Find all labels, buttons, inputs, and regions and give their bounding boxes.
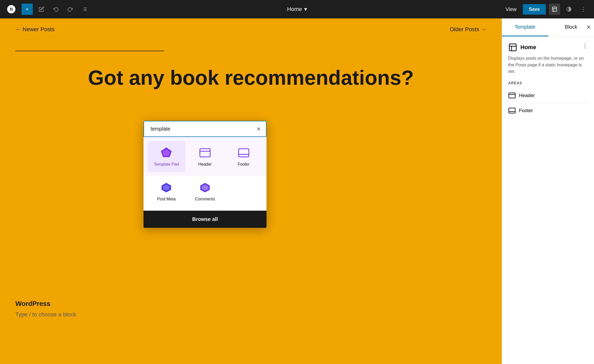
main-layout: ← Newer Posts Older Posts → Got any book… [0,18,594,364]
add-block-button[interactable]: + [22,4,33,15]
footer-block-label: Footer [238,162,250,167]
more-options-button[interactable]: ⋮ [578,4,589,15]
post-meta-label: Post Meta [157,197,176,201]
areas-label: AREAS [508,81,588,85]
toolbar: + Home ▾ View Save [0,0,594,18]
page-title-area[interactable]: Home ▾ [287,6,307,13]
footer-area-icon [508,107,516,114]
view-button[interactable]: View [503,4,520,14]
list-view-button[interactable] [79,4,90,15]
older-posts-link[interactable]: Older Posts → [450,26,486,33]
svg-rect-26 [509,108,515,113]
svg-rect-15 [239,149,249,157]
canvas-hero: Got any book recommendations? [0,67,502,89]
close-sidebar-button[interactable]: ✕ [586,24,591,31]
canvas-divider [15,51,164,51]
undo-button[interactable] [50,4,62,15]
block-inserter-popup: template ✕ Template Part [144,121,267,228]
wp-logo[interactable] [5,3,17,15]
template-icon-title: Home [508,43,536,52]
block-grid-row1: Template Part Header [144,137,267,176]
header-block-icon [198,146,212,159]
chevron-down-icon: ▾ [304,6,307,13]
template-menu-button[interactable]: ⋮ [582,43,588,49]
post-meta-icon [160,181,173,194]
block-placeholder[interactable]: Type / to choose a block [0,306,91,323]
header-block-label: Header [198,162,212,167]
newer-posts-link[interactable]: ← Newer Posts [15,26,55,33]
svg-rect-13 [200,149,210,157]
canvas-navigation: ← Newer Posts Older Posts → [0,18,502,40]
comments-label: Comments [195,197,215,201]
template-part-icon [160,146,173,159]
hero-heading: Got any book recommendations? [26,67,476,89]
areas-list: Header Footer [508,88,588,118]
canvas: ← Newer Posts Older Posts → Got any book… [0,18,502,364]
block-item-comments[interactable]: Comments [186,176,224,207]
block-item-footer[interactable]: Footer [225,141,262,172]
svg-rect-21 [509,44,516,51]
block-item-template-part[interactable]: Template Part [148,141,185,172]
sidebar-tabs: Template Block ✕ [502,18,594,37]
template-header: Home ⋮ [508,43,588,52]
template-layout-icon [508,43,517,52]
area-item-footer[interactable]: Footer [508,103,588,118]
tab-template[interactable]: Template [502,18,548,36]
template-name: Home [520,44,536,51]
template-description: Displays posts on the homepage, or on th… [508,55,588,75]
inserter-search-bar: template ✕ [144,121,267,137]
svg-rect-7 [552,7,557,12]
edit-mode-button[interactable] [36,4,47,15]
block-item-post-meta[interactable]: Post Meta [148,176,185,207]
layout-toggle-button[interactable] [549,4,560,15]
template-part-label: Template Part [154,162,179,167]
redo-button[interactable] [65,4,76,15]
save-button[interactable]: Save [523,4,546,15]
svg-rect-24 [509,93,515,98]
search-input[interactable]: template [148,121,255,136]
footer-area-name: Footer [519,108,533,113]
header-area-icon [508,92,516,99]
footer-block-icon [237,146,250,159]
page-title: Home [287,6,302,13]
contrast-button[interactable] [563,4,575,15]
header-area-name: Header [519,93,535,98]
sidebar-content: Home ⋮ Displays posts on the homepage, o… [502,37,594,364]
browse-all-button[interactable]: Browse all [144,211,267,228]
comments-icon [198,181,212,194]
clear-search-button[interactable]: ✕ [255,125,262,133]
block-grid-row2: Post Meta Comments [144,176,267,211]
block-item-header[interactable]: Header [186,141,224,172]
right-sidebar: Template Block ✕ Home ⋮ Di [502,18,594,364]
toolbar-right: View Save ⋮ [503,4,589,15]
area-item-header[interactable]: Header [508,88,588,103]
